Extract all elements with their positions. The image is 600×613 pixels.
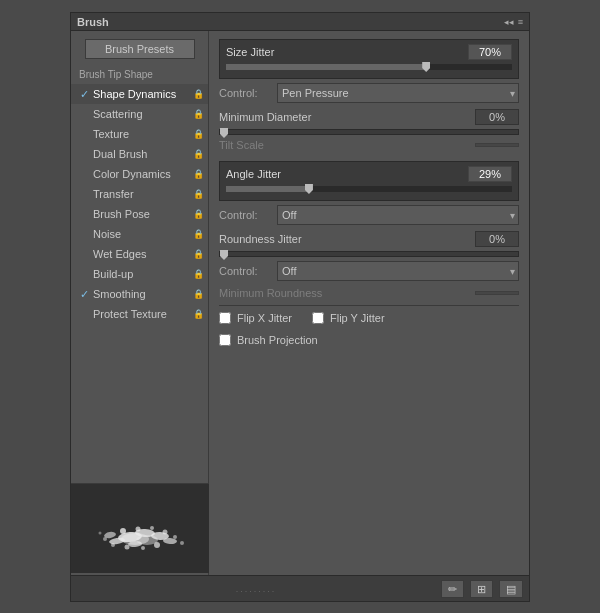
sidebar-label-protect-texture: Protect Texture bbox=[91, 308, 193, 320]
sidebar-label-transfer: Transfer bbox=[91, 188, 193, 200]
bottom-collapse-label: ......... bbox=[77, 584, 435, 594]
angle-jitter-fill bbox=[226, 186, 309, 192]
sidebar-item-shape-dynamics[interactable]: ✓ Shape Dynamics 🔒 bbox=[71, 84, 208, 104]
minimum-diameter-value: 0% bbox=[475, 109, 519, 125]
sidebar-item-wet-edges[interactable]: Wet Edges 🔒 bbox=[71, 244, 208, 264]
svg-point-11 bbox=[141, 546, 145, 550]
sidebar-item-build-up[interactable]: Build-up 🔒 bbox=[71, 264, 208, 284]
size-jitter-fill bbox=[226, 64, 426, 70]
minimum-diameter-thumb bbox=[220, 128, 228, 138]
minimum-diameter-slider[interactable] bbox=[219, 129, 519, 135]
menu-icon[interactable]: ≡ bbox=[518, 17, 523, 27]
angle-jitter-value: 29% bbox=[468, 166, 512, 182]
size-jitter-thumb bbox=[422, 62, 430, 72]
sidebar-label-texture: Texture bbox=[91, 128, 193, 140]
sidebar-item-texture[interactable]: Texture 🔒 bbox=[71, 124, 208, 144]
brush-projection-label[interactable]: Brush Projection bbox=[237, 334, 318, 346]
sidebar-label-brush-pose: Brush Pose bbox=[91, 208, 193, 220]
lock-icon-texture: 🔒 bbox=[193, 129, 204, 139]
svg-point-20 bbox=[136, 535, 158, 545]
lock-icon-wet-edges: 🔒 bbox=[193, 249, 204, 259]
tilt-scale-value bbox=[475, 143, 519, 147]
roundness-jitter-control-select[interactable]: Off Fade Pen Pressure Pen Tilt bbox=[277, 261, 519, 281]
svg-point-14 bbox=[163, 529, 168, 534]
content-area: Size Jitter 70% Control: Off Fade Pen Pr… bbox=[209, 31, 529, 601]
sidebar-item-smoothing[interactable]: ✓ Smoothing 🔒 bbox=[71, 284, 208, 304]
check-icon-shape-dynamics: ✓ bbox=[77, 88, 91, 101]
flip-y-jitter-row: Flip Y Jitter bbox=[312, 312, 385, 324]
size-jitter-slider[interactable] bbox=[226, 64, 512, 70]
divider1 bbox=[219, 305, 519, 306]
roundness-jitter-thumb bbox=[220, 250, 228, 260]
angle-jitter-control-label: Control: bbox=[219, 209, 271, 221]
brush-presets-button[interactable]: Brush Presets bbox=[85, 39, 195, 59]
svg-point-17 bbox=[99, 531, 102, 534]
sidebar-item-brush-pose[interactable]: Brush Pose 🔒 bbox=[71, 204, 208, 224]
lock-icon-transfer: 🔒 bbox=[193, 189, 204, 199]
angle-jitter-control-select-wrapper: Off Fade Pen Pressure Pen Tilt Initial D… bbox=[277, 205, 519, 225]
sidebar-item-dual-brush[interactable]: Dual Brush 🔒 bbox=[71, 144, 208, 164]
flip-x-jitter-row: Flip X Jitter bbox=[219, 312, 292, 324]
flip-checkboxes-row: Flip X Jitter Flip Y Jitter bbox=[219, 312, 519, 328]
min-roundness-label: Minimum Roundness bbox=[219, 287, 475, 299]
angle-jitter-section: Angle Jitter 29% bbox=[219, 161, 519, 201]
panel-titlebar: Brush ◂◂ ≡ bbox=[71, 13, 529, 31]
brush-tip-shape-label: Brush Tip Shape bbox=[71, 67, 208, 84]
sidebar-label-scattering: Scattering bbox=[91, 108, 193, 120]
sidebar: Brush Presets Brush Tip Shape ✓ Shape Dy… bbox=[71, 31, 209, 601]
minimum-diameter-label: Minimum Diameter bbox=[219, 111, 475, 123]
bottom-grid-button[interactable]: ⊞ bbox=[470, 580, 493, 598]
min-roundness-value bbox=[475, 291, 519, 295]
bottom-list-button[interactable]: ▤ bbox=[499, 580, 523, 598]
svg-point-15 bbox=[103, 537, 107, 541]
collapse-icon[interactable]: ◂◂ bbox=[504, 17, 514, 27]
flip-y-jitter-checkbox[interactable] bbox=[312, 312, 324, 324]
sidebar-label-build-up: Build-up bbox=[91, 268, 193, 280]
bottom-toolbar: ......... ✏ ⊞ ▤ bbox=[71, 575, 529, 601]
roundness-jitter-control-label: Control: bbox=[219, 265, 271, 277]
svg-point-7 bbox=[120, 528, 126, 534]
roundness-jitter-slider[interactable] bbox=[219, 251, 519, 257]
svg-point-13 bbox=[111, 543, 115, 547]
sidebar-item-noise[interactable]: Noise 🔒 bbox=[71, 224, 208, 244]
flip-x-jitter-checkbox[interactable] bbox=[219, 312, 231, 324]
lock-icon-color-dynamics: 🔒 bbox=[193, 169, 204, 179]
svg-point-8 bbox=[136, 526, 141, 531]
sidebar-item-scattering[interactable]: Scattering 🔒 bbox=[71, 104, 208, 124]
flip-y-jitter-label[interactable]: Flip Y Jitter bbox=[330, 312, 385, 324]
sidebar-label-wet-edges: Wet Edges bbox=[91, 248, 193, 260]
sidebar-item-color-dynamics[interactable]: Color Dynamics 🔒 bbox=[71, 164, 208, 184]
flip-x-jitter-label[interactable]: Flip X Jitter bbox=[237, 312, 292, 324]
svg-point-18 bbox=[180, 541, 184, 545]
sidebar-label-shape-dynamics: Shape Dynamics bbox=[91, 88, 193, 100]
angle-jitter-label: Angle Jitter bbox=[226, 168, 468, 180]
brush-panel: Brush ◂◂ ≡ Brush Presets Brush Tip Shape… bbox=[70, 12, 530, 602]
size-jitter-control-row: Control: Off Fade Pen Pressure Pen Tilt … bbox=[219, 83, 519, 103]
minimum-diameter-row: Minimum Diameter 0% bbox=[219, 109, 519, 125]
size-jitter-label: Size Jitter bbox=[226, 46, 468, 58]
size-jitter-control-select-wrapper: Off Fade Pen Pressure Pen Tilt Stylus Wh… bbox=[277, 83, 519, 103]
size-jitter-control-select[interactable]: Off Fade Pen Pressure Pen Tilt Stylus Wh… bbox=[277, 83, 519, 103]
lock-icon-dual-brush: 🔒 bbox=[193, 149, 204, 159]
size-jitter-section: Size Jitter 70% bbox=[219, 39, 519, 79]
angle-jitter-control-select[interactable]: Off Fade Pen Pressure Pen Tilt Initial D… bbox=[277, 205, 519, 225]
size-jitter-value: 70% bbox=[468, 44, 512, 60]
min-roundness-row: Minimum Roundness bbox=[219, 287, 519, 299]
panel-controls: ◂◂ ≡ bbox=[504, 17, 523, 27]
size-jitter-row: Size Jitter 70% bbox=[226, 44, 512, 60]
panel-body: Brush Presets Brush Tip Shape ✓ Shape Dy… bbox=[71, 31, 529, 601]
tilt-scale-row: Tilt Scale bbox=[219, 139, 519, 151]
lock-icon-scattering: 🔒 bbox=[193, 109, 204, 119]
sidebar-item-protect-texture[interactable]: Protect Texture 🔒 bbox=[71, 304, 208, 324]
brush-preview-svg bbox=[75, 489, 205, 569]
roundness-jitter-label: Roundness Jitter bbox=[219, 233, 475, 245]
angle-jitter-slider[interactable] bbox=[226, 186, 512, 192]
bottom-edit-button[interactable]: ✏ bbox=[441, 580, 464, 598]
sidebar-label-smoothing: Smoothing bbox=[91, 288, 193, 300]
check-icon-smoothing: ✓ bbox=[77, 288, 91, 301]
lock-icon-shape-dynamics: 🔒 bbox=[193, 89, 204, 99]
brush-projection-row: Brush Projection bbox=[219, 334, 519, 346]
brush-projection-checkbox[interactable] bbox=[219, 334, 231, 346]
sidebar-item-transfer[interactable]: Transfer 🔒 bbox=[71, 184, 208, 204]
svg-point-9 bbox=[150, 526, 154, 530]
